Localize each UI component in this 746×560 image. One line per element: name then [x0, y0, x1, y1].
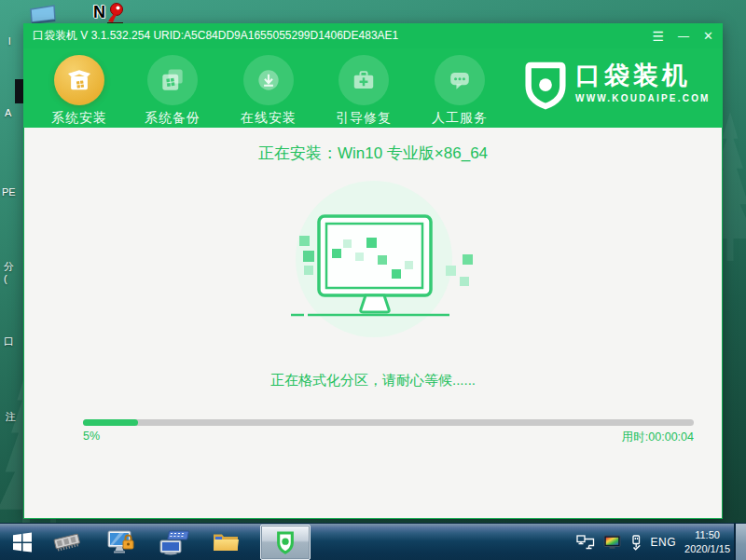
desktop-icon-n[interactable]: N: [93, 3, 126, 25]
chat-service-icon: [435, 55, 485, 105]
nav-item-online-install[interactable]: 在线安装: [224, 55, 313, 127]
progress-percent: 5%: [83, 430, 100, 445]
backup-windows-icon: [147, 55, 198, 105]
progress-info-row: 5% 用时:00:00:04: [83, 430, 694, 445]
main-content: 正在安装：Win10 专业版×86_64: [23, 128, 723, 519]
nav-bar: 系统安装 系统备份: [23, 48, 723, 128]
nav-item-manual-service[interactable]: 人工服务: [415, 55, 504, 127]
progress-fill: [83, 419, 138, 426]
monitor-keyboard-icon: [158, 529, 189, 555]
taskbar-item-koudai-active[interactable]: [260, 525, 311, 560]
desktop-label-fragment: A: [5, 107, 11, 118]
install-box-icon: [54, 55, 104, 105]
koudai-installer-window: 口袋装机 V 3.1.532.254 URID:A5C84DD9A1655055…: [23, 23, 723, 519]
start-button[interactable]: [6, 524, 39, 560]
desktop-label-fragment: PE: [2, 186, 16, 198]
red-key-icon: [105, 3, 126, 25]
titlebar: 口袋装机 V 3.1.532.254 URID:A5C84DD9A1655055…: [23, 23, 723, 48]
close-icon[interactable]: ✕: [703, 30, 713, 42]
shield-logo-icon: [525, 61, 566, 110]
clock-time: 11:50: [684, 528, 730, 542]
folder-icon: [212, 530, 240, 554]
system-tray: ENG 11:50 2020/1/15: [576, 524, 730, 560]
network-icon[interactable]: [576, 535, 595, 550]
status-text: 正在格式化分区，请耐心等候......: [24, 372, 722, 389]
nav-label: 系统备份: [128, 110, 217, 127]
desktop-label-fragment: 注: [6, 410, 16, 424]
progress-bar: [83, 419, 694, 426]
nav-label: 人工服务: [415, 110, 504, 127]
monitor-lock-icon: [106, 529, 136, 555]
menu-icon[interactable]: ☰: [653, 30, 665, 43]
elapsed-time: 用时:00:00:04: [622, 430, 694, 445]
nav-label: 引导修复: [319, 110, 408, 127]
desktop-label-fragment: (: [4, 273, 7, 284]
brand-site: WWW.KOUDAIPE.COM: [575, 93, 711, 103]
language-indicator[interactable]: ENG: [651, 536, 677, 549]
brand-name: 口袋装机: [575, 61, 711, 89]
taskbar-item-onscreen-keyboard[interactable]: [153, 524, 194, 560]
monitor-illustration: [280, 176, 513, 340]
n-letter: N: [93, 3, 105, 21]
blue-display-icon: [28, 5, 58, 25]
taskbar-item-memory-tool[interactable]: [48, 524, 86, 560]
desktop-label-fragment: 分: [4, 260, 14, 274]
memory-chip-icon: [51, 529, 83, 555]
minimize-icon[interactable]: —: [678, 31, 689, 42]
shield-app-icon: [275, 530, 296, 555]
desktop: N l A PE 分 ( 口 注 口袋装机 V 3.1.532.254 URID…: [0, 0, 746, 560]
repair-toolbox-icon: [338, 55, 389, 105]
show-desktop-button[interactable]: [734, 524, 746, 560]
window-controls: ☰ — ✕: [653, 30, 713, 43]
nav-item-system-backup[interactable]: 系统备份: [128, 55, 217, 127]
window-title: 口袋装机 V 3.1.532.254 URID:A5C84DD9A1655055…: [33, 28, 653, 44]
desktop-label-fragment: 口: [4, 335, 14, 348]
clock-date: 2020/1/15: [684, 542, 730, 556]
usb-device-icon[interactable]: [629, 535, 642, 551]
download-icon: [243, 55, 294, 105]
nav-label: 在线安装: [224, 110, 313, 127]
windows-logo-icon: [12, 532, 33, 553]
installing-title: 正在安装：Win10 专业版×86_64: [24, 143, 722, 164]
taskbar-item-file-explorer[interactable]: [207, 524, 244, 560]
taskbar-item-partition-tool[interactable]: [101, 524, 142, 560]
nav-item-boot-repair[interactable]: 引导修复: [319, 55, 408, 127]
brand-logo: 口袋装机 WWW.KOUDAIPE.COM: [525, 61, 711, 110]
taskbar: ENG 11:50 2020/1/15: [0, 523, 746, 560]
display-color-icon[interactable]: [603, 535, 621, 550]
nav-item-system-install[interactable]: 系统安装: [35, 55, 124, 127]
taskbar-clock[interactable]: 11:50 2020/1/15: [684, 528, 730, 556]
nav-label: 系统安装: [35, 110, 124, 127]
desktop-label-fragment: l: [8, 35, 10, 47]
